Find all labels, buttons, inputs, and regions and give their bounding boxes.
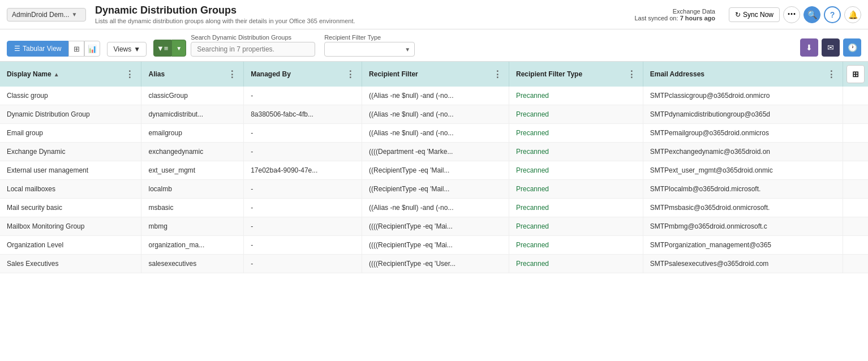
cell-managedBy: -: [244, 87, 362, 105]
cell-recipientFilter: ((Alias -ne $null) -and (-no...: [362, 105, 509, 124]
cell-recipientFilterType: Precanned: [509, 217, 643, 236]
col-header-display-name[interactable]: Display Name ▲ ⋮: [0, 62, 141, 87]
top-bar: AdminDroid Dem... ▼ Dynamic Distribution…: [0, 0, 868, 29]
cell-displayName: Mail security basic: [0, 199, 141, 217]
cell-recipientFilterType: Precanned: [509, 199, 643, 217]
cell-emailAddresses: SMTPclassicgroup@o365droid.onmicro: [643, 87, 843, 105]
page-title: Dynamic Distribution Groups: [95, 5, 626, 16]
col-drag-handle[interactable]: ⋮: [827, 69, 836, 80]
sync-time: 7 hours ago: [680, 15, 715, 22]
cell-managedBy: -: [244, 255, 362, 273]
filter-type-section: Recipient Filter Type Precanned: [324, 34, 415, 57]
col-header-recipient-filter[interactable]: Recipient Filter ⋮: [362, 62, 509, 87]
table-icon: ☰: [14, 45, 20, 53]
org-selector[interactable]: AdminDroid Dem... ▼: [7, 8, 86, 22]
exchange-data-label: Exchange Data: [635, 8, 715, 15]
help-button[interactable]: ?: [824, 6, 841, 23]
cell-alias: classicGroup: [141, 87, 244, 105]
cell-managedBy: 17e02ba4-9090-47e...: [244, 161, 362, 180]
table-container: Display Name ▲ ⋮ Alias ⋮ Managed By ⋮: [0, 62, 868, 273]
cell-emailAddresses: SMTPmbmg@o365droid.onmicrosoft.c: [643, 217, 843, 236]
col-settings-header: ⊞: [843, 62, 869, 87]
cell-displayName: Classic group: [0, 87, 141, 105]
download-button[interactable]: ⬇: [800, 38, 818, 57]
notification-button[interactable]: 🔔: [844, 6, 861, 23]
exchange-data-block: Exchange Data Last synced on: 7 hours ag…: [635, 8, 715, 22]
right-actions: ⬇ ✉ 🕐: [800, 38, 861, 57]
table-row[interactable]: External user managementext_user_mgmt17e…: [0, 161, 868, 180]
toolbar: ☰ Tabular View ⊞ 📊 Views ▼ ▼≡ ▼ Search D…: [0, 29, 868, 62]
cell-alias: localmb: [141, 180, 244, 199]
cell-alias: emailgroup: [141, 124, 244, 143]
cell-recipientFilter: ((((RecipientType -eq 'User...: [362, 255, 509, 273]
cell-recipientFilterType: Precanned: [509, 87, 643, 105]
sort-asc-icon: ▲: [54, 71, 59, 78]
filter-group: ▼≡ ▼: [153, 40, 186, 57]
col-header-recipient-filter-type[interactable]: Recipient Filter Type ⋮: [509, 62, 643, 87]
sync-now-button[interactable]: ↻ Sync Now: [729, 7, 780, 22]
filter-chevron-button[interactable]: ▼: [171, 40, 186, 57]
cell-recipientFilterType: Precanned: [509, 105, 643, 124]
table-row[interactable]: Classic groupclassicGroup-((Alias -ne $n…: [0, 87, 868, 105]
col-drag-handle[interactable]: ⋮: [227, 69, 237, 80]
col-header-managed-by[interactable]: Managed By ⋮: [244, 62, 362, 87]
table-row[interactable]: Sales Executivessalesexecutives-((((Reci…: [0, 255, 868, 273]
cell-emailAddresses: SMTPext_user_mgmt@o365droid.onmic: [643, 161, 843, 180]
cell-managedBy: -: [244, 217, 362, 236]
cell-managedBy: -: [244, 180, 362, 199]
table-row[interactable]: Local mailboxeslocalmb-((RecipientType -…: [0, 180, 868, 199]
cell-emailAddresses: SMTPdynamicdistributiongroup@o365d: [643, 105, 843, 124]
search-input[interactable]: [191, 42, 315, 57]
cell-displayName: External user management: [0, 161, 141, 180]
col-drag-handle[interactable]: ⋮: [493, 69, 502, 80]
filter-type-label: Recipient Filter Type: [324, 34, 415, 41]
cell-recipientFilter: ((((RecipientType -eq 'Mai...: [362, 236, 509, 255]
chevron-down-icon: ▼: [134, 45, 140, 53]
search-label: Search Dynamic Distribution Groups: [191, 34, 315, 41]
cell-recipientFilterType: Precanned: [509, 161, 643, 180]
table-row[interactable]: Mailbox Monitoring Groupmbmg-((((Recipie…: [0, 217, 868, 236]
cell-displayName: Email group: [0, 124, 141, 143]
col-settings-button[interactable]: ⊞: [846, 65, 865, 83]
col-header-alias[interactable]: Alias ⋮: [141, 62, 244, 87]
views-dropdown[interactable]: Views ▼: [107, 42, 147, 57]
filter-type-select[interactable]: Precanned: [324, 42, 415, 57]
table-row[interactable]: Mail security basicmsbasic-((Alias -ne $…: [0, 199, 868, 217]
schedule-button[interactable]: 🕐: [843, 38, 861, 57]
table-row[interactable]: Exchange Dynamicexchangedynamic-((((Depa…: [0, 143, 868, 161]
cell-emailAddresses: SMTPemailgroup@o365droid.onmicros: [643, 124, 843, 143]
search-button[interactable]: 🔍: [803, 6, 820, 23]
cell-alias: dynamicdistribut...: [141, 105, 244, 124]
cell-emailAddresses: SMTPlocalmb@o365droid.microsoft.: [643, 180, 843, 199]
col-drag-handle[interactable]: ⋮: [627, 69, 636, 80]
cell-managedBy: -: [244, 124, 362, 143]
chevron-down-icon: ▼: [71, 11, 77, 18]
table-row[interactable]: Email groupemailgroup-((Alias -ne $null)…: [0, 124, 868, 143]
col-header-email-addresses[interactable]: Email Addresses ⋮: [643, 62, 843, 87]
cell-recipientFilter: ((RecipientType -eq 'Mail...: [362, 161, 509, 180]
cell-recipientFilter: ((Alias -ne $null) -and (-no...: [362, 199, 509, 217]
cell-recipientFilter: ((RecipientType -eq 'Mail...: [362, 180, 509, 199]
col-drag-handle[interactable]: ⋮: [346, 69, 355, 80]
chart-view-button[interactable]: 📊: [84, 41, 100, 57]
cell-recipientFilter: ((((Department -eq 'Marke...: [362, 143, 509, 161]
filter-icon: ▼≡: [157, 44, 168, 53]
page-subtitle: Lists all the dynamic distribution group…: [95, 18, 626, 24]
table-header-row: Display Name ▲ ⋮ Alias ⋮ Managed By ⋮: [0, 62, 868, 87]
email-button[interactable]: ✉: [822, 38, 840, 57]
cell-displayName: Organization Level: [0, 236, 141, 255]
filter-button[interactable]: ▼≡: [153, 40, 171, 57]
table-row[interactable]: Organization Levelorganization_ma...-(((…: [0, 236, 868, 255]
col-drag-handle[interactable]: ⋮: [125, 69, 134, 80]
org-selector-label: AdminDroid Dem...: [12, 11, 69, 19]
cell-recipientFilterType: Precanned: [509, 236, 643, 255]
copy-view-button[interactable]: ⊞: [68, 41, 84, 57]
cell-displayName: Dynamic Distribution Group: [0, 105, 141, 124]
more-options-button[interactable]: ···: [783, 6, 800, 23]
tabular-view-tab[interactable]: ☰ Tabular View: [7, 41, 68, 57]
cell-emailAddresses: SMTPexchangedynamic@o365droid.on: [643, 143, 843, 161]
cell-alias: salesexecutives: [141, 255, 244, 273]
cell-emailAddresses: SMTPorganization_management@o365: [643, 236, 843, 255]
table-row[interactable]: Dynamic Distribution Groupdynamicdistrib…: [0, 105, 868, 124]
cell-emailAddresses: SMTPmsbasic@o365droid.onmicrosoft.: [643, 199, 843, 217]
